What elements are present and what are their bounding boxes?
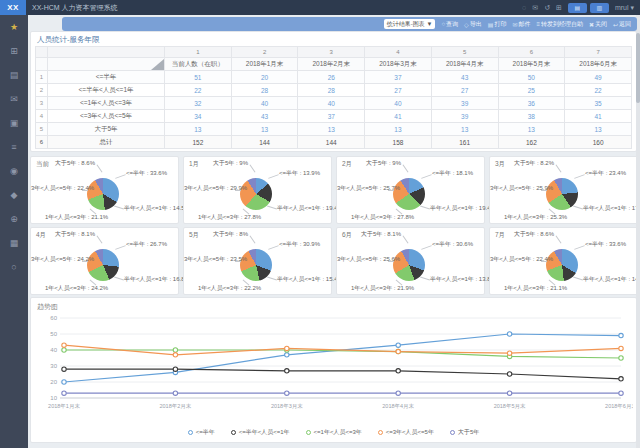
sidebar-mail-icon[interactable]: ✉ <box>0 87 28 111</box>
pie-card: 5月<=半年 : 30.9%半年<人员<=1年 : 15.4%1年<人员<=3年… <box>183 227 332 295</box>
page-title: 人员统计-服务年限 <box>37 35 100 45</box>
pie-slice-label: 3年<人员<=5年 : 25.9% <box>490 185 542 191</box>
sidebar-menu-icon[interactable]: ≡ <box>0 135 28 159</box>
data-point <box>507 372 511 376</box>
label-leader-line <box>541 261 547 262</box>
row-label: <=半年 <box>48 71 165 84</box>
user-menu[interactable]: mrul ▾ <box>615 4 634 12</box>
pie-slice-label: 1年<人员<=3年 : 22.2% <box>198 285 261 291</box>
message-button[interactable]: ▥ <box>590 3 609 13</box>
pie-slice-label: 3年<人员<=5年 : 25.7% <box>337 185 389 191</box>
row-index: 1 <box>36 71 48 84</box>
sidebar-star-icon[interactable]: ★ <box>0 15 28 39</box>
y-tick-label: 30 <box>50 363 57 369</box>
back-button[interactable]: ↩返回 <box>613 20 631 29</box>
refresh-icon[interactable]: ↺ <box>544 4 550 11</box>
pie-slice-label: 1年<人员<=3年 : 25.3% <box>504 214 567 220</box>
view-select[interactable]: 统计结果-图表 ▼ <box>384 19 436 29</box>
column-header: 2018年4月末 <box>431 58 498 71</box>
query-button-label: 查询 <box>446 20 458 29</box>
legend-marker-icon <box>306 430 311 435</box>
pie-card: 2月<=半年 : 18.1%半年<人员<=1年 : 19.4%1年<人员<=3年… <box>336 156 485 224</box>
legend-item[interactable]: <=1年<人员<=3年 <box>306 428 362 437</box>
table-cell: 20 <box>231 71 298 84</box>
topbar-icon-group: ◌✉↺⊞ <box>522 4 562 11</box>
pie-card: 当前<=半年 : 33.6%半年<人员<=1年 : 14.5%1年<人员<=3年… <box>30 156 179 224</box>
column-header: 2018年1月末 <box>231 58 298 71</box>
table-cell: 13 <box>165 123 232 136</box>
toolbar-items: ○查询◇导出▤打印✉邮件≡转发到经理自助✖关闭↩返回 <box>435 20 631 29</box>
total-cell: 162 <box>498 136 565 149</box>
data-point <box>62 348 66 352</box>
row-index: 5 <box>36 123 48 136</box>
chart-legend: <=半年<=半年<人员<=1年<=1年<人员<=3年<=3年<人员<=5年大于5… <box>31 428 636 437</box>
table-cell: 37 <box>365 71 432 84</box>
pie-slice-label: <=半年 : 33.6% <box>126 170 167 176</box>
table-cell: 32 <box>165 97 232 110</box>
sidebar-plus-icon[interactable]: ⊕ <box>0 207 28 231</box>
label-leader-line <box>82 261 88 262</box>
pie-slice-label: <=半年 : 30.9% <box>279 241 320 247</box>
search-icon[interactable]: ◌ <box>522 4 526 11</box>
trend-chart-card: 趋势图 1020304050602018年1月末2018年2月末2018年3月末… <box>30 297 637 443</box>
legend-item[interactable]: 大于5年 <box>450 428 479 437</box>
pie-slice-label: 1年<人员<=3年 : 27.8% <box>198 214 261 220</box>
apps-icon[interactable]: ⊞ <box>556 4 562 11</box>
legend-marker-icon <box>378 430 383 435</box>
table-cell: 40 <box>298 97 365 110</box>
legend-label: <=半年 <box>196 428 215 437</box>
pie-card: 3月<=半年 : 23.4%半年<人员<=1年 : 17.1%1年<人员<=3年… <box>489 156 638 224</box>
vertical-scrollbar[interactable] <box>636 15 640 448</box>
pie-slice-label: <=半年 : 33.6% <box>585 241 626 247</box>
pie-card: 6月<=半年 : 30.6%半年<人员<=1年 : 13.8%1年<人员<=3年… <box>336 227 485 295</box>
sidebar-circle-icon[interactable]: ○ <box>0 255 28 279</box>
label-leader-line <box>403 165 409 173</box>
data-point <box>619 391 623 395</box>
sidebar-doc-icon[interactable]: ▣ <box>0 111 28 135</box>
legend-label: <=1年<人员<=3年 <box>314 428 362 437</box>
export-button[interactable]: ◇导出 <box>464 20 482 29</box>
scrollbar-thumb[interactable] <box>636 33 640 103</box>
data-point <box>396 369 400 373</box>
pie-slice-label: 大于5年 : 8% <box>186 231 248 237</box>
label-leader-line <box>268 245 279 250</box>
label-leader-line <box>268 174 279 179</box>
table-cell: 22 <box>165 84 232 97</box>
total-label: 总计 <box>48 136 165 149</box>
row-label: <=3年<人员<=5年 <box>48 110 165 123</box>
query-button[interactable]: ○查询 <box>441 20 458 29</box>
view-select-value: 统计结果-图表 <box>387 21 425 27</box>
pie-card: 7月<=半年 : 33.6%半年<人员<=1年 : 14.5%1年<人员<=3年… <box>489 227 638 295</box>
table-cell: 13 <box>565 123 632 136</box>
close-button-label: 关闭 <box>595 20 607 29</box>
table-cell: 13 <box>431 123 498 136</box>
workbench-button[interactable]: ▤ <box>568 3 587 13</box>
x-tick-label: 2018年1月末 <box>48 403 80 410</box>
table-cell: 34 <box>165 110 232 123</box>
data-point <box>62 367 66 371</box>
sidebar-diamond-icon[interactable]: ◆ <box>0 183 28 207</box>
sidebar-target-icon[interactable]: ◉ <box>0 159 28 183</box>
table-cell: 39 <box>431 110 498 123</box>
sidebar-apps-grid-icon[interactable]: ⊞ <box>0 39 28 63</box>
mail-button[interactable]: ✉邮件 <box>512 20 530 29</box>
mail-icon[interactable]: ✉ <box>532 4 538 11</box>
close-button[interactable]: ✖关闭 <box>589 20 607 29</box>
sidebar-layers-icon[interactable]: ▦ <box>0 231 28 255</box>
pie-slice-label: <=半年 : 23.4% <box>585 170 626 176</box>
legend-item[interactable]: <=半年 <box>188 428 215 437</box>
label-leader-line <box>388 190 394 191</box>
label-leader-line <box>250 236 256 244</box>
print-button[interactable]: ▤打印 <box>488 20 507 29</box>
data-point <box>619 346 623 350</box>
pie-slice-label: 大于5年 : 8.1% <box>33 231 95 237</box>
forward-button[interactable]: ≡转发到经理自助 <box>536 20 583 29</box>
legend-item[interactable]: <=半年<人员<=1年 <box>231 428 290 437</box>
sidebar-report-icon[interactable]: ▤ <box>0 63 28 87</box>
trend-line-chart: 1020304050602018年1月末2018年2月末2018年3月末2018… <box>36 312 633 422</box>
toolbar: 统计结果-图表 ▼ ○查询◇导出▤打印✉邮件≡转发到经理自助✖关闭↩返回 <box>62 17 637 31</box>
pie-slice-label: 半年<人员<=1年 : 16.8% <box>124 276 190 282</box>
label-leader-line <box>420 276 430 280</box>
pie-slice-label: 1年<人员<=3年 : 21.9% <box>351 285 414 291</box>
legend-item[interactable]: <=3年<人员<=5年 <box>378 428 434 437</box>
